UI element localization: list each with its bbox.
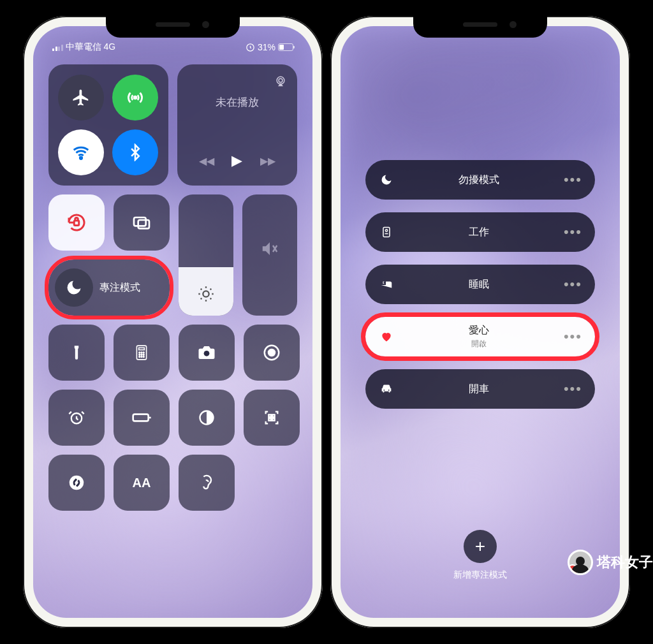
volume-slider[interactable] (242, 194, 297, 316)
shazam-button[interactable] (48, 455, 105, 511)
svg-point-30 (70, 476, 84, 490)
cellular-data-toggle[interactable] (112, 75, 158, 121)
screen-record-icon (262, 343, 281, 362)
cellular-icon (126, 88, 145, 107)
flashlight-button[interactable] (48, 325, 105, 381)
qr-scan-icon (263, 409, 281, 427)
bed-icon (379, 277, 393, 291)
media-not-playing-label: 未在播放 (216, 95, 259, 110)
heart-icon (380, 330, 393, 343)
brightness-slider[interactable] (179, 194, 233, 316)
svg-point-34 (388, 390, 390, 391)
focus-item-label: 開車 (395, 383, 564, 396)
focus-item-label: 睡眠 (395, 278, 564, 291)
focus-item-dnd[interactable]: 勿擾模式 ••• (365, 160, 595, 200)
svg-point-2 (80, 157, 82, 159)
svg-point-19 (143, 356, 144, 358)
hearing-icon (198, 474, 216, 492)
focus-mode-list: 勿擾模式 ••• 工作 ••• 睡眠 ••• 愛心 開啟 ••• (365, 160, 595, 409)
screen-record-button[interactable] (244, 325, 300, 381)
bluetooth-icon (126, 143, 144, 161)
svg-rect-5 (74, 221, 79, 226)
flashlight-icon (68, 344, 85, 361)
plus-icon: + (475, 536, 485, 557)
svg-point-18 (141, 356, 142, 358)
focus-item-work[interactable]: 工作 ••• (365, 212, 595, 252)
wifi-toggle[interactable] (58, 129, 104, 175)
camera-button[interactable] (179, 325, 235, 381)
low-power-icon (131, 407, 152, 428)
lock-rotation-icon (65, 211, 88, 234)
calculator-button[interactable] (114, 325, 170, 381)
watermark: 3C 塔科女子 (568, 550, 653, 575)
badge-icon (380, 226, 393, 238)
hearing-button[interactable] (179, 455, 235, 511)
more-icon[interactable]: ••• (564, 224, 582, 240)
svg-point-16 (143, 354, 144, 355)
airplay-icon[interactable] (274, 75, 287, 87)
svg-point-15 (141, 354, 142, 355)
focus-item-label: 愛心 (395, 324, 564, 337)
status-bar: 中華電信 4G 31% (33, 39, 312, 55)
dark-mode-button[interactable] (179, 390, 235, 446)
mute-icon (260, 239, 279, 258)
media-next-icon[interactable]: ▶▶ (260, 155, 275, 167)
focus-mode-button[interactable]: 專注模式 (48, 260, 170, 316)
notch (413, 16, 547, 38)
battery-icon (278, 43, 293, 51)
svg-point-13 (143, 352, 144, 353)
shazam-icon (67, 473, 86, 492)
focus-item-driving[interactable]: 開車 ••• (365, 369, 595, 409)
wifi-icon (71, 143, 91, 162)
orientation-lock-button[interactable] (48, 194, 105, 251)
more-icon[interactable]: ••• (564, 172, 582, 188)
svg-rect-28 (268, 418, 271, 421)
media-prev-icon[interactable]: ◀◀ (199, 155, 214, 167)
screen-mirror-button[interactable] (114, 194, 170, 251)
svg-point-33 (383, 390, 385, 391)
focus-item-label: 勿擾模式 (395, 173, 564, 187)
battery-percent: 31% (258, 42, 275, 52)
svg-point-1 (135, 96, 137, 99)
more-icon[interactable]: ••• (564, 381, 582, 397)
svg-rect-27 (272, 414, 275, 417)
qr-scan-button[interactable] (244, 390, 300, 446)
text-size-button[interactable]: AA (114, 455, 170, 511)
more-icon[interactable]: ••• (564, 328, 582, 345)
svg-point-11 (139, 352, 140, 353)
svg-point-22 (268, 349, 275, 356)
orientation-lock-icon (246, 43, 255, 52)
focus-mode-label: 專注模式 (99, 281, 140, 295)
signal-icon (52, 44, 63, 51)
alarm-button[interactable] (48, 390, 105, 446)
text-size-icon: AA (133, 476, 151, 490)
svg-rect-29 (272, 418, 275, 421)
more-icon[interactable]: ••• (564, 276, 582, 293)
focus-item-sleep[interactable]: 睡眠 ••• (365, 265, 595, 304)
airplane-icon (71, 88, 91, 107)
svg-point-12 (141, 352, 142, 353)
low-power-button[interactable] (114, 390, 170, 446)
focus-item-sublabel: 開啟 (395, 339, 564, 349)
airplane-mode-toggle[interactable] (58, 75, 104, 121)
screen-focus-list: 勿擾模式 ••• 工作 ••• 睡眠 ••• 愛心 開啟 ••• (341, 26, 620, 618)
watermark-text: 塔科女子 (597, 553, 653, 572)
svg-rect-24 (133, 414, 149, 421)
svg-point-20 (204, 351, 210, 356)
moon-icon (380, 173, 393, 186)
phone-frame-right: 勿擾模式 ••• 工作 ••• 睡眠 ••• 愛心 開啟 ••• (330, 16, 630, 628)
svg-rect-10 (139, 348, 145, 349)
screen-mirror-icon (131, 212, 152, 233)
svg-point-14 (139, 354, 140, 355)
svg-rect-7 (138, 220, 149, 228)
svg-point-8 (203, 291, 209, 296)
camera-icon (197, 343, 216, 362)
add-focus-button[interactable]: + (464, 530, 497, 563)
connectivity-module[interactable] (48, 64, 168, 186)
phone-frame-left: 中華電信 4G 31% (23, 16, 323, 628)
media-module[interactable]: 未在播放 ◀◀ ▶ ▶▶ (177, 64, 297, 186)
focus-item-love[interactable]: 愛心 開啟 ••• (365, 317, 595, 356)
bluetooth-toggle[interactable] (112, 129, 158, 175)
media-play-icon[interactable]: ▶ (231, 152, 242, 169)
svg-rect-6 (134, 217, 146, 226)
